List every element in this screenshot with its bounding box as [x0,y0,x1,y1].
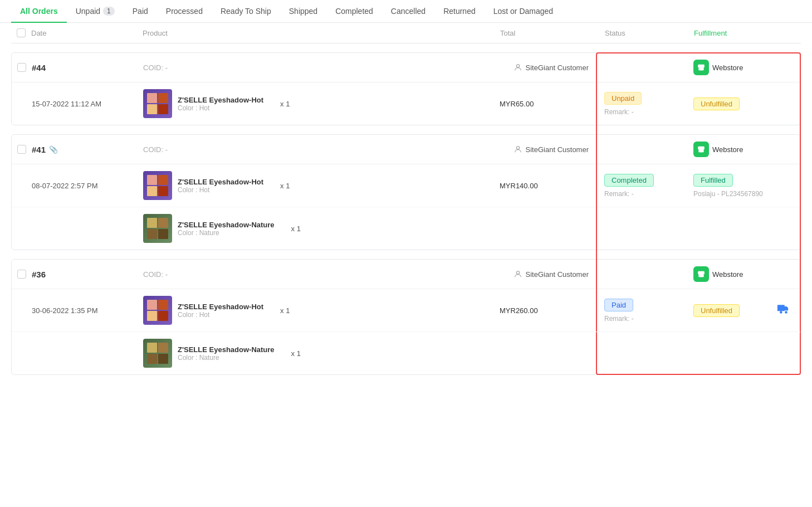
order-header-row: #44COID: -SiteGiant CustomerWebstore [12,53,800,82]
customer-name: SiteGiant Customer [526,270,589,279]
payment-status-badge: Unpaid [604,92,642,105]
product-thumbnail [143,296,172,325]
tab-ready-to-ship[interactable]: Ready To Ship [212,0,280,22]
orders-container: #44COID: -SiteGiant CustomerWebstore15-0… [11,52,801,375]
customer-name: SiteGiant Customer [526,64,589,72]
product-name: Z'SELLE Eyeshadow-Hot [178,96,263,104]
product-variant: Color : Hot [178,186,263,194]
order-item-row: 15-07-2022 11:12 AMZ'SELLE Eyeshadow-Hot… [12,82,800,125]
svg-rect-5 [700,275,702,277]
tab-returned[interactable]: Returned [434,0,485,22]
order-block: #44COID: -SiteGiant CustomerWebstore15-0… [11,52,801,125]
order-date: 15-07-2022 11:12 AM [32,100,143,108]
header-fulfillment: Fulfillment [689,29,801,37]
tab-shipped[interactable]: Shipped [280,0,326,22]
user-icon [513,270,522,279]
user-icon [513,63,522,72]
product-name: Z'SELLE Eyeshadow-Nature [178,221,275,229]
header-status: Status [600,29,689,37]
fulfillment-status-cell: Unfulfilled [689,98,800,110]
table-header: Date Product Total Status Fulfillment [11,23,801,43]
tab-lost-or-damaged[interactable]: Lost or Damaged [485,0,562,22]
qty-price-cell: MYR65.00 [500,100,600,108]
fulfillment-status-cell: FulfilledPoslaju - PL234567890 [689,174,800,198]
tab-unpaid[interactable]: Unpaid1 [67,0,124,22]
product-thumbnail [143,171,172,200]
qty-price-cell: MYR140.00 [500,182,600,190]
order-item-row: Z'SELLE Eyeshadow-NatureColor : Naturex … [12,332,800,374]
product-name: Z'SELLE Eyeshadow-Nature [178,345,275,354]
order-checkbox[interactable] [17,145,26,154]
product-variant: Color : Hot [178,104,263,112]
tab-cancelled[interactable]: Cancelled [382,0,434,22]
header-total: Total [500,29,600,37]
status-cell: CompletedRemark: - [600,174,689,198]
product-qty: x 1 [280,182,290,190]
webstore-icon [693,60,709,75]
webstore-icon [693,266,709,282]
order-price: MYR260.00 [500,306,538,315]
product-qty: x 1 [280,100,290,108]
webstore-label: Webstore [712,145,743,154]
webstore-label: Webstore [712,270,743,279]
order-coid: COID: - [143,145,168,154]
product-name: Z'SELLE Eyeshadow-Hot [178,178,263,186]
order-remark: Remark: - [604,315,689,323]
tab-paid[interactable]: Paid [124,0,157,22]
order-block: #41📎COID: -SiteGiant CustomerWebstore08-… [11,134,801,250]
product-thumbnail [143,339,172,368]
svg-rect-1 [700,68,702,70]
fulfillment-status-badge: Fulfilled [693,174,733,187]
order-id: #41 [32,145,46,154]
tracking-number: Poslaju - PL234567890 [693,190,800,198]
order-remark: Remark: - [604,190,689,198]
qty-price-cell: MYR260.00 [500,306,600,315]
order-id: #36 [32,270,46,279]
customer-info: SiteGiant Customer [500,270,600,279]
order-checkbox[interactable] [17,63,26,72]
attachment-icon: 📎 [49,145,58,154]
order-price: MYR65.00 [500,100,534,108]
svg-point-2 [516,147,519,149]
customer-name: SiteGiant Customer [526,145,589,154]
tabs-navigation: All OrdersUnpaid1PaidProcessedReady To S… [0,0,812,23]
order-id: #44 [32,63,46,72]
order-header-row: #36COID: -SiteGiant CustomerWebstore [12,260,800,289]
product-cell: Z'SELLE Eyeshadow-NatureColor : Naturex … [143,339,500,368]
product-cell: Z'SELLE Eyeshadow-HotColor : Hotx 1 [143,171,500,200]
order-checkbox[interactable] [17,270,26,279]
status-cell: UnpaidRemark: - [600,92,689,116]
user-icon [513,145,522,154]
tab-all-orders[interactable]: All Orders [11,0,67,22]
product-thumbnail [143,89,172,118]
svg-point-0 [516,65,519,67]
order-date: 30-06-2022 1:35 PM [32,306,143,315]
order-remark: Remark: - [604,108,689,116]
product-thumbnail [143,214,172,243]
fulfillment-status-badge: Unfulfilled [693,304,740,317]
header-date: Date [31,29,143,37]
webstore-icon [693,142,709,157]
order-item-row: Z'SELLE Eyeshadow-NatureColor : Naturex … [12,207,800,250]
select-all-checkbox[interactable] [17,28,26,37]
tab-processed[interactable]: Processed [157,0,212,22]
fulfillment-status-badge: Unfulfilled [693,98,740,110]
payment-status-badge: Completed [604,174,654,187]
product-qty: x 1 [280,306,290,315]
product-variant: Color : Hot [178,311,263,319]
product-cell: Z'SELLE Eyeshadow-NatureColor : Naturex … [143,214,500,243]
order-price: MYR140.00 [500,182,538,190]
product-name: Z'SELLE Eyeshadow-Hot [178,303,263,311]
product-cell: Z'SELLE Eyeshadow-HotColor : Hotx 1 [143,89,500,118]
order-item-row: 30-06-2022 1:35 PMZ'SELLE Eyeshadow-HotC… [12,289,800,332]
product-qty: x 1 [291,349,301,358]
header-product: Product [143,29,500,37]
tab-completed[interactable]: Completed [326,0,382,22]
order-block: #36COID: -SiteGiant CustomerWebstore30-0… [11,259,801,375]
payment-status-badge: Paid [604,299,633,311]
order-item-row: 08-07-2022 2:57 PMZ'SELLE Eyeshadow-HotC… [12,164,800,207]
customer-info: SiteGiant Customer [500,63,600,72]
customer-info: SiteGiant Customer [500,145,600,154]
status-cell: PaidRemark: - [600,299,689,323]
product-variant: Color : Nature [178,229,275,237]
